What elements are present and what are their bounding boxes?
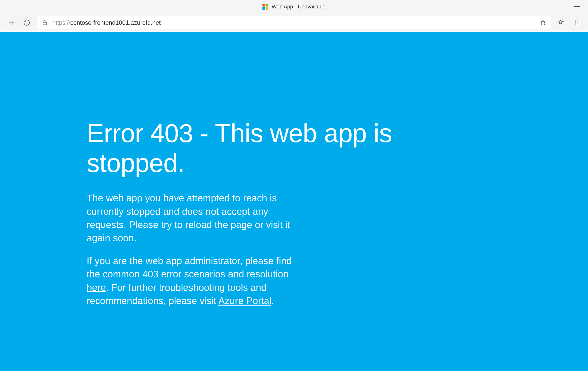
refresh-button[interactable] <box>21 17 32 28</box>
refresh-icon <box>23 19 30 26</box>
lock-icon <box>42 20 48 26</box>
error-description-2: If you are the web app administrator, pl… <box>87 254 306 308</box>
svg-rect-0 <box>43 22 46 25</box>
address-bar[interactable]: https://contoso-frontend1001.azurefd.net <box>37 16 551 29</box>
collections-button[interactable] <box>571 17 582 28</box>
favorites-button[interactable] <box>556 17 567 28</box>
url-host: contoso-frontend1001.azurefd.net <box>70 19 161 26</box>
window-title-bar: Web App - Unavailable <box>0 0 588 13</box>
microsoft-logo-icon <box>262 4 268 10</box>
url-display: https://contoso-frontend1001.azurefd.net <box>52 19 535 26</box>
collections-icon <box>573 19 580 26</box>
para2-text-c: . <box>271 295 274 306</box>
url-scheme: https:// <box>52 19 70 26</box>
error-heading: Error 403 - This web app is stopped. <box>87 118 448 178</box>
minimize-button[interactable] <box>574 7 580 7</box>
here-link[interactable]: here <box>87 282 106 293</box>
page-content: Error 403 - This web app is stopped. The… <box>0 32 588 371</box>
error-description-1: The web app you have attempted to reach … <box>87 191 306 245</box>
star-lines-icon <box>558 19 565 26</box>
add-favorite-inbar-button[interactable] <box>540 19 546 26</box>
browser-toolbar: https://contoso-frontend1001.azurefd.net <box>0 13 588 32</box>
title-content: Web App - Unavailable <box>262 4 325 10</box>
window-title: Web App - Unavailable <box>272 4 325 10</box>
forward-button[interactable] <box>6 17 17 28</box>
star-plus-icon <box>540 19 546 26</box>
para2-text-a: If you are the web app administrator, pl… <box>87 256 292 279</box>
arrow-right-icon <box>8 19 15 26</box>
azure-portal-link[interactable]: Azure Portal <box>218 295 271 306</box>
